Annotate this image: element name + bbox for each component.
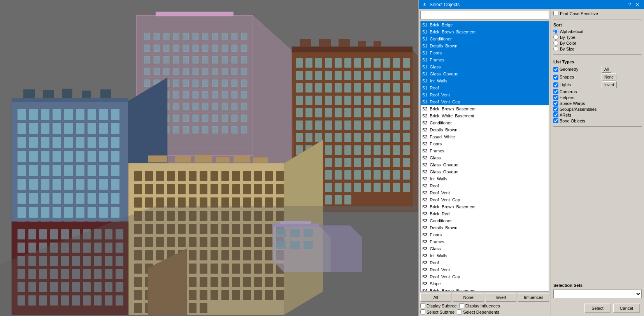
list-item[interactable]: S3_Floors xyxy=(421,231,549,238)
find-case-label[interactable]: Find Case Sensitive xyxy=(553,11,642,16)
find-case-checkbox[interactable] xyxy=(553,11,558,16)
bone-objects-checkbox[interactable] xyxy=(553,118,558,123)
groups-checkbox[interactable] xyxy=(553,106,558,112)
list-item[interactable]: S2_Brick_White_Basement xyxy=(421,112,549,119)
invert-button[interactable]: Invert xyxy=(486,293,517,302)
space-warps-checkbox[interactable] xyxy=(553,101,558,106)
svg-rect-272 xyxy=(29,123,38,134)
svg-rect-77 xyxy=(222,91,228,98)
list-item[interactable]: S1_Roof_Vent_Cap xyxy=(421,98,549,105)
cancel-button[interactable]: Cancel xyxy=(613,304,640,313)
svg-rect-31 xyxy=(202,45,208,52)
object-list-container[interactable]: P_Brick_White_BasementP_Fasad_WhiteP_Fra… xyxy=(420,21,549,292)
list-item[interactable]: S3_Brick_Brown_Basement xyxy=(421,203,549,210)
dialog-title: Select Objects xyxy=(430,2,460,7)
list-item[interactable]: S2_Fasad_White xyxy=(421,133,549,140)
svg-rect-122 xyxy=(354,58,361,68)
cameras-checkbox[interactable] xyxy=(553,89,558,94)
svg-rect-369 xyxy=(134,171,142,181)
list-item[interactable]: S1_Floors xyxy=(421,49,549,56)
xrefs-checkbox[interactable] xyxy=(553,112,558,117)
list-item[interactable]: S1_Glass_Opaque xyxy=(421,70,549,77)
selection-sets-dropdown[interactable] xyxy=(553,290,642,298)
list-item[interactable]: S2_Brick_Brown_Basement xyxy=(421,105,549,112)
list-item[interactable]: S2_Conditioner xyxy=(421,119,549,126)
svg-rect-139 xyxy=(403,71,410,80)
list-item[interactable]: S1_Glass xyxy=(421,63,549,70)
list-item[interactable]: S2_Roof_Vent xyxy=(421,189,549,196)
geometry-checkbox[interactable] xyxy=(553,67,558,72)
none-button[interactable]: None xyxy=(453,293,484,302)
sort-bysize-radio[interactable] xyxy=(553,46,558,51)
list-item[interactable]: S2_Glass_Opaque xyxy=(421,168,549,175)
lights-checkbox[interactable] xyxy=(553,82,558,87)
list-item[interactable]: S3_Glass xyxy=(421,245,549,252)
list-item[interactable]: S3_Roof_Vent_Cap xyxy=(421,273,549,280)
svg-rect-228 xyxy=(335,170,342,180)
list-item[interactable]: S1_Roof_Vent xyxy=(421,91,549,98)
list-item[interactable]: S4_Brick_Brown_Basement xyxy=(421,287,549,292)
list-item[interactable]: S1_Conditioner xyxy=(421,35,549,42)
list-item[interactable]: S2_Int_Walls xyxy=(421,175,549,182)
selection-sets-label: Selection Sets xyxy=(553,283,642,288)
list-item[interactable]: S3_Roof_Vent xyxy=(421,266,549,273)
list-item[interactable]: S1_Brick_Beige xyxy=(421,21,549,28)
search-input[interactable] xyxy=(420,11,549,19)
display-subtree-checkbox[interactable] xyxy=(420,303,425,308)
svg-rect-67 xyxy=(232,80,237,87)
list-item[interactable]: S3_Conditioner xyxy=(421,217,549,224)
sort-bytype-radio[interactable] xyxy=(553,35,558,40)
list-item[interactable]: S2_Floors xyxy=(421,140,549,147)
list-item[interactable]: S1_Roof xyxy=(421,84,549,91)
list-item[interactable]: S1_Frames xyxy=(421,56,549,63)
list-item[interactable]: S3_Frames xyxy=(421,238,549,245)
svg-rect-162 xyxy=(393,96,400,105)
list-item[interactable]: S3_Roof xyxy=(421,259,549,266)
options-panel: Find Case Sensitive Sort Alphabetical By… xyxy=(551,9,644,316)
influences-button[interactable]: Influences xyxy=(518,293,549,302)
sort-alphabetical-radio[interactable] xyxy=(553,29,558,34)
sort-by-color[interactable]: By Color xyxy=(553,40,642,45)
svg-rect-193 xyxy=(344,133,351,142)
lights-invert-btn[interactable]: Invert xyxy=(602,81,617,88)
list-item[interactable]: S2_Frames xyxy=(421,147,549,154)
help-button[interactable]: ? xyxy=(626,1,633,8)
select-dependents-checkbox[interactable] xyxy=(457,309,462,314)
svg-rect-394 xyxy=(254,184,262,194)
list-item[interactable]: S1_Int_Walls xyxy=(421,77,549,84)
sort-by-size[interactable]: By Size xyxy=(553,46,642,51)
all-button[interactable]: All xyxy=(420,293,451,302)
sort-bycolor-radio[interactable] xyxy=(553,40,558,45)
geometry-all-btn[interactable]: All xyxy=(602,66,611,73)
sort-alphabetical[interactable]: Alphabetical xyxy=(553,29,642,34)
display-influences-label[interactable]: Display Influences xyxy=(459,303,500,308)
close-button[interactable]: ✕ xyxy=(634,1,641,8)
list-item[interactable]: S2_Details_Brown xyxy=(421,126,549,133)
select-subtree-label[interactable]: Select Subtree xyxy=(420,309,454,314)
list-item[interactable]: S2_Glass_Opaque xyxy=(421,161,549,168)
svg-rect-297 xyxy=(111,151,119,162)
helpers-row: Helpers xyxy=(553,95,642,100)
svg-rect-167 xyxy=(325,108,332,117)
select-button[interactable]: Select xyxy=(584,304,611,313)
svg-rect-210 xyxy=(393,145,400,155)
helpers-checkbox[interactable] xyxy=(553,95,558,100)
list-item[interactable]: S3_Details_Brown xyxy=(421,224,549,231)
list-item[interactable]: S2_Glass xyxy=(421,154,549,161)
list-item[interactable]: S3_Int_Walls xyxy=(421,252,549,259)
display-subtree-label[interactable]: Display Subtree xyxy=(420,303,457,308)
sort-by-type[interactable]: By Type xyxy=(553,35,642,40)
display-influences-checkbox[interactable] xyxy=(459,303,464,308)
list-item[interactable]: S2_Roof_Vent_Cap xyxy=(421,196,549,203)
shapes-none-btn[interactable]: None xyxy=(602,73,616,80)
svg-rect-52 xyxy=(193,68,198,75)
svg-rect-293 xyxy=(64,151,73,162)
list-item[interactable]: S1_Brick_Brown_Basement xyxy=(421,28,549,35)
list-item[interactable]: S3_Brick_Red xyxy=(421,210,549,217)
list-item[interactable]: S3_Slope xyxy=(421,280,549,287)
shapes-checkbox[interactable] xyxy=(553,75,558,80)
select-subtree-checkbox[interactable] xyxy=(420,309,425,314)
list-item[interactable]: S1_Details_Brown xyxy=(421,42,549,49)
select-dependents-label[interactable]: Select Dependents xyxy=(457,309,499,314)
list-item[interactable]: S2_Roof xyxy=(421,182,549,189)
